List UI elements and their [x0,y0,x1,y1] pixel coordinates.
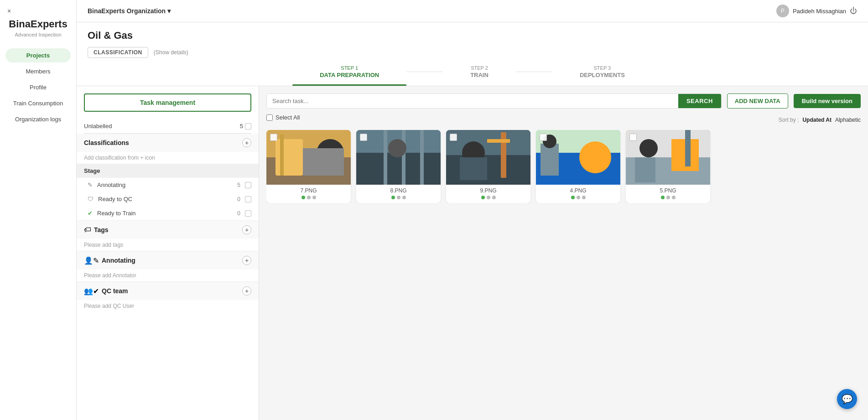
svg-rect-13 [446,155,530,185]
power-icon[interactable]: ⏻ [850,7,857,15]
user-name: Padideh Missaghian [793,8,846,15]
dot-4-3 [582,196,586,199]
sidebar-item-projects[interactable]: Projects [5,48,71,62]
sidebar-item-train-consumption[interactable]: Train Consumption [5,96,71,110]
unlabelled-checkbox[interactable] [245,123,251,130]
image-checkbox-3[interactable] [450,134,457,141]
org-dropdown-icon: ▾ [167,7,171,15]
sort-updated-at[interactable]: Updated At [802,117,832,123]
tags-hint: Please add tags [77,239,259,251]
dot-1-2 [307,196,311,199]
select-all-checkbox[interactable] [266,114,273,121]
step-3-label: DEPLOYMENTS [580,72,625,78]
svg-rect-9 [402,130,405,185]
svg-point-26 [639,139,658,157]
svg-rect-27 [635,157,655,182]
step-deployments[interactable]: STEP 3 DEPLOYMENTS [552,58,652,86]
svg-rect-5 [303,148,344,176]
stage-item-ready-train[interactable]: ✔ Ready to Train 0 [77,206,259,220]
svg-rect-28 [685,130,691,166]
image-checkbox-5[interactable] [629,134,637,141]
step-train[interactable]: STEP 2 TRAIN [443,58,516,86]
dot-2-2 [397,196,400,199]
project-title: Oil & Gas [88,30,857,41]
step-data-preparation[interactable]: STEP 1 DATA PREPARATION [292,58,406,86]
task-management-button[interactable]: Task management [84,93,251,112]
add-new-data-button[interactable]: ADD NEW DATA [727,93,788,109]
image-checkbox-4[interactable] [540,134,547,141]
dot-2-3 [402,196,406,199]
sidebar: × BinaExperts Advanced Inspection Projec… [0,0,77,420]
qc-team-title: QC team [102,287,128,295]
step-divider-2 [516,72,552,72]
unlabelled-number: 5 [240,123,243,130]
classification-badge: CLASSIFICATION [88,47,148,58]
image-checkbox-1[interactable] [270,134,277,141]
dot-3-3 [492,196,496,199]
ready-train-count: 0 [237,210,240,217]
ready-qc-count: 0 [237,196,240,202]
search-container: SEARCH [266,93,722,109]
stage-item-ready-qc[interactable]: 🛡 Ready to QC 0 [77,192,259,206]
ready-train-checkbox[interactable] [245,210,251,217]
select-all-label: Select All [275,114,300,121]
image-thumb-4 [536,130,620,185]
stage-item-annotating[interactable]: ✎ Annotating 5 [77,178,259,192]
app-subtitle: Advanced Inspection [15,32,61,37]
annotating-checkbox[interactable] [245,182,251,188]
image-thumb-2 [356,130,441,185]
unlabelled-row: Unlabelled 5 [77,119,259,133]
qc-team-icon: 👥✔ [84,287,99,296]
svg-rect-17 [460,157,487,180]
org-name[interactable]: BinaExperts Organization ▾ [88,7,171,15]
build-new-version-button[interactable]: Build new version [794,94,861,108]
sidebar-item-members[interactable]: Members [5,64,71,78]
chat-bubble[interactable]: 💬 [837,389,857,409]
image-label-3: 9.PNG [446,185,530,196]
images-grid: 7.PNG [266,130,861,203]
show-details-link[interactable]: (Show details) [154,49,188,56]
svg-rect-2 [275,139,303,176]
image-card-4[interactable]: 4.PNG [536,130,620,203]
dot-3-2 [487,196,490,199]
search-input[interactable] [267,94,678,108]
close-icon[interactable]: × [7,7,11,15]
tags-title: Tags [94,226,109,233]
search-button[interactable]: SEARCH [678,94,721,108]
image-card-3[interactable]: 9.PNG [446,130,530,203]
left-panel: Task management Unlabelled 5 Classificat… [77,86,259,420]
ready-qc-checkbox[interactable] [245,196,251,202]
add-classification-button[interactable]: + [242,138,251,147]
right-panel: SEARCH ADD NEW DATA Build new version Se… [259,86,868,420]
classifications-section-header: Classifications + [77,134,259,152]
unlabelled-count-row: 5 [240,123,251,130]
image-card-5[interactable]: 5.PNG [626,130,710,203]
sidebar-item-organization-logs[interactable]: Organization logs [5,112,71,126]
image-dots-4 [536,196,620,203]
svg-rect-3 [280,135,284,176]
annotating-section-title: Annotating [102,257,135,264]
svg-rect-7 [356,153,441,185]
add-tag-button[interactable]: + [242,225,251,234]
add-qc-button[interactable]: + [242,286,251,296]
project-type-row: CLASSIFICATION (Show details) [88,47,857,58]
qc-section: 👥✔ QC team + Please add QC User [77,281,259,312]
dot-5-1 [661,196,665,199]
step-1-label: DATA PREPARATION [320,72,379,78]
sort-alphabetic[interactable]: Alphabetic [835,117,861,123]
add-classification-hint: Add classification from + icon [77,152,259,164]
dot-3-1 [481,196,485,199]
add-annotator-button[interactable]: + [242,256,251,265]
sidebar-item-profile[interactable]: Profile [5,80,71,94]
step-2-label: TRAIN [470,72,489,78]
classifications-title: Classifications [84,139,129,146]
image-card-2[interactable]: 8.PNG [356,130,441,203]
image-checkbox-2[interactable] [360,134,367,141]
annotating-person-icon: 👤✎ [84,256,99,265]
annotator-hint: Please add Annotator [77,270,259,281]
body-row: Task management Unlabelled 5 Classificat… [77,86,868,420]
image-label-4: 4.PNG [536,185,620,196]
ready-train-label: Ready to Train [97,210,233,217]
image-card-1[interactable]: 7.PNG [266,130,351,203]
image-label-2: 8.PNG [356,185,441,196]
